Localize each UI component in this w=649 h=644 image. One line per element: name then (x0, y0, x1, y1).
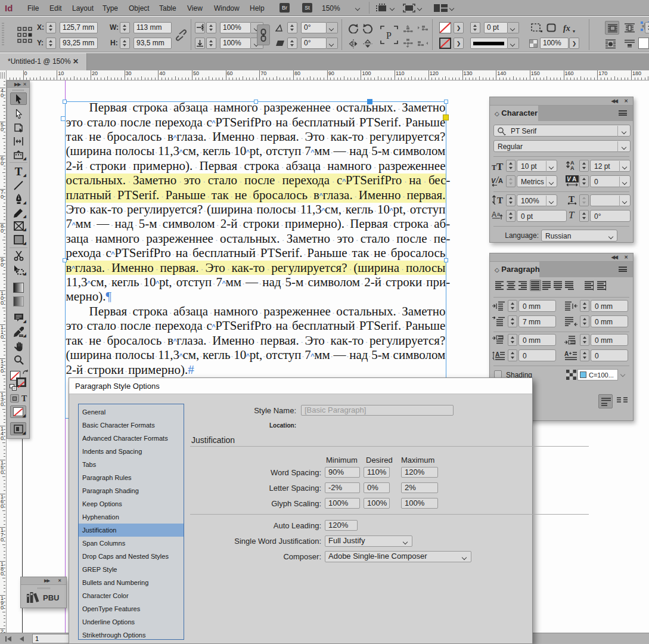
svg-text:V: V (491, 177, 496, 184)
svg-text:A: A (564, 351, 569, 357)
svg-text:A: A (495, 351, 499, 358)
svg-text:a: a (497, 211, 500, 217)
svg-text:A: A (570, 165, 575, 170)
svg-text:A: A (492, 210, 496, 219)
svg-text:T: T (492, 163, 496, 171)
svg-text:A: A (572, 176, 576, 182)
svg-text:P: P (386, 30, 392, 41)
svg-text:T: T (496, 162, 504, 171)
svg-text:T: T (497, 196, 503, 205)
svg-text:A: A (498, 177, 503, 184)
svg-text:T: T (569, 209, 575, 220)
